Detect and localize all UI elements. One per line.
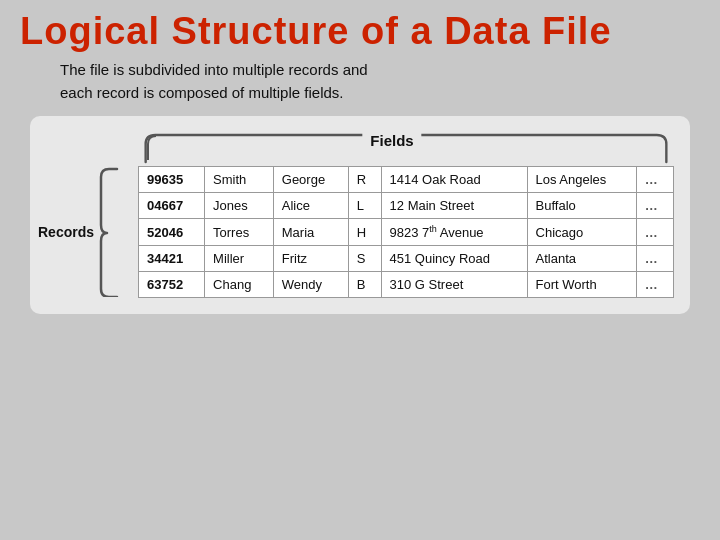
cell-ellipsis: … [636,246,673,272]
cell-id: 04667 [139,193,205,219]
cell-last: Jones [205,193,274,219]
table-row: 99635 Smith George R 1414 Oak Road Los A… [139,167,674,193]
cell-address: 9823 7th Avenue [381,219,527,246]
diagram-container: Fields Records 99635 Smith George R 1414… [30,116,690,314]
cell-first: George [273,167,348,193]
cell-mi: L [348,193,381,219]
cell-address: 310 G Street [381,272,527,298]
fields-label: Fields [362,132,421,149]
cell-mi: R [348,167,381,193]
table-row: 63752 Chang Wendy B 310 G Street Fort Wo… [139,272,674,298]
subtitle-line2: each record is composed of multiple fiel… [60,84,343,101]
cell-last: Torres [205,219,274,246]
cell-city: Atlanta [527,246,636,272]
fields-brace-container: Fields [110,132,674,164]
cell-ellipsis: … [636,272,673,298]
cell-id: 34421 [139,246,205,272]
cell-id: 99635 [139,167,205,193]
cell-mi: B [348,272,381,298]
table-row: 34421 Miller Fritz S 451 Quincy Road Atl… [139,246,674,272]
cell-ellipsis: … [636,193,673,219]
records-text: Records [38,224,94,240]
cell-last: Smith [205,167,274,193]
cell-first: Maria [273,219,348,246]
cell-last: Chang [205,272,274,298]
cell-mi: H [348,219,381,246]
cell-address: 1414 Oak Road [381,167,527,193]
subtitle-line1: The file is subdivided into multiple rec… [60,61,368,78]
cell-id: 52046 [139,219,205,246]
cell-city: Fort Worth [527,272,636,298]
cell-id: 63752 [139,272,205,298]
cell-ellipsis: … [636,219,673,246]
cell-address: 12 Main Street [381,193,527,219]
cell-first: Fritz [273,246,348,272]
table-wrapper: 99635 Smith George R 1414 Oak Road Los A… [110,166,674,298]
cell-first: Wendy [273,272,348,298]
cell-mi: S [348,246,381,272]
table-row: 04667 Jones Alice L 12 Main Street Buffa… [139,193,674,219]
cell-city: Los Angeles [527,167,636,193]
subtitle: The file is subdivided into multiple rec… [60,59,700,104]
cell-city: Buffalo [527,193,636,219]
records-label: Records [38,167,119,297]
table-row: 52046 Torres Maria H 9823 7th Avenue Chi… [139,219,674,246]
cell-ellipsis: … [636,167,673,193]
table-area: Records 99635 Smith George R 1414 Oak Ro… [110,166,674,298]
cell-first: Alice [273,193,348,219]
cell-address: 451 Quincy Road [381,246,527,272]
page-title: Logical Structure of a Data File [20,10,700,53]
cell-last: Miller [205,246,274,272]
cell-city: Chicago [527,219,636,246]
data-table: 99635 Smith George R 1414 Oak Road Los A… [138,166,674,298]
